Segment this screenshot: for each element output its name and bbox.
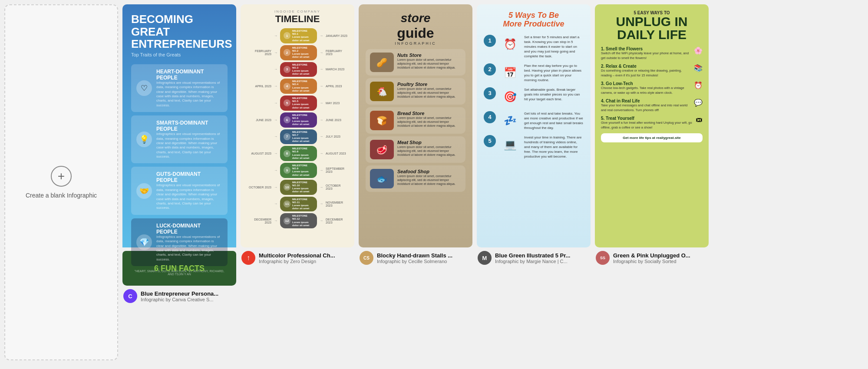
cecille-avatar: CS <box>360 251 373 265</box>
store-thumb: 🐔 <box>370 82 394 101</box>
card1-row-1: 💡 SMARTS-DOMINANT PEOPLE Infographics ar… <box>131 115 228 163</box>
create-blank-card[interactable]: + Create a blank Infographic <box>4 4 118 360</box>
card1-footer-sub: Infographic by Canva Creative S... <box>141 297 235 302</box>
timeline-month-left: OCTOBER 2023 <box>248 186 271 189</box>
unplug-heading: 3. Go Low-Tech <box>601 81 690 86</box>
card5-footer: SS Green & Pink Unplugged O... Infograph… <box>595 247 709 267</box>
card2-image[interactable]: INGOIDE COMPANY TIMELINE → 1 MILESTONE N… <box>241 4 354 247</box>
productive-num: 3 <box>484 87 496 99</box>
unplug-icon: 🎟 <box>696 116 703 124</box>
card5-cta: Get more life tips at reallygreat.site <box>601 133 703 142</box>
milestone-text: MILESTONE NO.3Lorem ipsum dolor sit amet <box>292 63 314 76</box>
unplug-item: 4. Chat in Real Life Take your text mess… <box>601 99 703 112</box>
store-thumb: 🥜 <box>370 53 394 72</box>
unplug-heading: 5. Treat Yourself <box>601 116 692 121</box>
timeline-pill: 12 MILESTONE NO.12Lorem ipsum dolor sit … <box>280 213 317 228</box>
timeline-month-left: FEBRUARY 2023 <box>248 49 271 56</box>
card2-company: INGOIDE COMPANY <box>248 10 347 13</box>
card1-row3-heading: LUCK-DOMINANT PEOPLE <box>156 223 222 235</box>
card2-footer-sub: Infographic by Zero Design <box>259 259 353 264</box>
heart-icon: ♡ <box>136 80 152 96</box>
milestone-text: MILESTONE NO.7Lorem ipsum dolor sit amet <box>292 131 314 143</box>
store-desc: Lorem ipsum dolor sit amet, consectetur … <box>397 145 461 157</box>
productive-item: 1 ⏰ Set a timer for 5 minutes and start … <box>484 35 584 59</box>
milestone-num: 9 <box>284 167 290 174</box>
card1-image[interactable]: BECOMING GREAT ENTREPRENEURS Top Traits … <box>122 4 236 286</box>
store-thumb: 🍞 <box>370 111 394 130</box>
card5-image[interactable]: 5 EASY WAYS TO UNPLUG INDAILY LIFE 1. Sm… <box>595 4 709 247</box>
unplug-item: 2. Relax & Create Do something creative … <box>601 64 703 78</box>
card4-footer-sub: Infographic by Margie Nance | C... <box>495 259 590 264</box>
milestone-num: 11 <box>284 201 290 208</box>
card1-row-2: 🤝 GUTS-DOMINANT PEOPLE Infographics are … <box>131 167 228 214</box>
productive-desc: Set a timer for 5 minutes and start a ta… <box>524 35 584 59</box>
store-name: Meat Shop <box>397 140 461 145</box>
timeline-month-right: DECEMBER 2023 <box>326 218 347 224</box>
timeline-item: AUGUST 2023 → 8 MILESTONE NO.8Lorem ipsu… <box>248 146 347 161</box>
guide-logo-text: guide <box>366 25 465 41</box>
timeline-month-right: AUGUST 2023 <box>326 152 347 155</box>
timeline-month-left: AUGUST 2023 <box>248 152 271 155</box>
milestone-num: 4 <box>284 83 290 90</box>
store-item: 🐟 Seafood Shop Lorem ipsum dolor sit ame… <box>366 165 465 192</box>
card3-image[interactable]: store guide INFOGRAPHIC 🥜 Nuts Store Lor… <box>359 4 472 247</box>
canva-avatar: C <box>123 289 137 303</box>
productive-icon: ⏰ <box>500 35 520 54</box>
card-productive: 5 Ways To BeMore Productive 1 ⏰ Set a ti… <box>477 4 591 365</box>
milestone-text: MILESTONE NO.9Lorem ipsum dolor sit amet <box>292 164 314 177</box>
card1-row1-heading: SMARTS-DOMINANT PEOPLE <box>156 120 222 132</box>
card3-logo: store guide INFOGRAPHIC <box>366 11 465 46</box>
card4-footer-text: Blue Green Illustrated 5 Pr... Infograph… <box>495 252 590 264</box>
timeline-item: FEBRUARY 2023 → 2 MILESTONE NO.2Lorem ip… <box>248 45 347 60</box>
timeline-month-right: MAY 2023 <box>326 102 347 105</box>
card1-row0-body: Infographics are visual representations … <box>156 81 222 108</box>
timeline-pill: 8 MILESTONE NO.8Lorem ipsum dolor sit am… <box>280 146 317 161</box>
unplug-icon: 🌸 <box>694 46 703 55</box>
unplug-item: 1. Smell the Flowers Switch off the WiFi… <box>601 46 703 60</box>
card3-footer-title: Blocky Hand-drawn Stalls ... <box>377 252 472 259</box>
unplug-text: Switch off the WiFi physically leave you… <box>601 51 690 60</box>
productive-desc: Set attainable goals. Break larger goals… <box>524 87 584 102</box>
unplug-text: Choose low-tech gadgets. Take real photo… <box>601 86 690 95</box>
timeline-pill: 11 MILESTONE NO.11Lorem ipsum dolor sit … <box>280 197 317 212</box>
milestone-num: 10 <box>284 184 290 191</box>
infographic-sub: INFOGRAPHIC <box>366 41 465 46</box>
lightbulb-icon: 💡 <box>136 132 152 147</box>
milestone-text: MILESTONE NO.11Lorem ipsum dolor sit ame… <box>292 198 314 211</box>
card2-title: TIMELINE <box>248 13 347 25</box>
milestone-num: 5 <box>284 99 290 106</box>
unplug-heading: 4. Chat in Real Life <box>601 99 690 103</box>
card4-image[interactable]: 5 Ways To BeMore Productive 1 ⏰ Set a ti… <box>477 4 591 247</box>
card1-row-3: 💎 LUCK-DOMINANT PEOPLE Infographics are … <box>131 218 228 266</box>
card4-title: 5 Ways To BeMore Productive <box>484 11 584 29</box>
timeline-item: → 1 MILESTONE NO.1Lorem ipsum dolor sit … <box>248 28 347 43</box>
store-item: 🥜 Nuts Store Lorem ipsum dolor sit amet,… <box>366 49 465 76</box>
milestone-num: 8 <box>284 150 290 157</box>
milestone-text: MILESTONE NO.2Lorem ipsum dolor sit amet <box>292 46 314 59</box>
socially-avatar: SS <box>596 251 610 265</box>
card4-footer: M Blue Green Illustrated 5 Pr... Infogra… <box>477 247 591 267</box>
productive-desc: Plan the next day before you go to bed. … <box>524 63 584 83</box>
timeline-list: → 1 MILESTONE NO.1Lorem ipsum dolor sit … <box>248 28 347 228</box>
card3-footer-sub: Infographic by Cecille Solmerano <box>377 259 472 264</box>
timeline-pill: 6 MILESTONE NO.6Lorem ipsum dolor sit am… <box>280 112 317 128</box>
timeline-month-right: APRIL 2023 <box>326 85 347 88</box>
timeline-month-left: APRIL 2023 <box>248 85 271 88</box>
milestone-text: MILESTONE NO.5Lorem ipsum dolor sit amet <box>292 97 314 109</box>
card3-footer-text: Blocky Hand-drawn Stalls ... Infographic… <box>377 252 472 264</box>
store-item: 🥩 Meat Shop Lorem ipsum dolor sit amet, … <box>366 136 465 163</box>
unplug-text: Do something creative or relaxing like d… <box>601 69 690 78</box>
timeline-pill: 10 MILESTONE NO.10Lorem ipsum dolor sit … <box>280 180 317 195</box>
unplug-item: 3. Go Low-Tech Choose low-tech gadgets. … <box>601 81 703 95</box>
milestone-num: 12 <box>284 217 290 224</box>
card1-title: BECOMING GREAT ENTREPRENEURS <box>131 13 228 50</box>
timeline-month-right: NOVEMBER 2023 <box>326 201 347 207</box>
store-item: 🐔 Poultry Store Lorem ipsum dolor sit am… <box>366 78 465 105</box>
milestone-num: 1 <box>284 32 290 39</box>
store-desc: Lorem ipsum dolor sit amet, consectetur … <box>397 174 461 186</box>
unplug-list: 1. Smell the Flowers Switch off the WiFi… <box>601 46 703 130</box>
card5-footer-text: Green & Pink Unplugged O... Infographic … <box>613 252 708 264</box>
productive-icon: 🎯 <box>500 87 520 107</box>
handshake-icon: 🤝 <box>136 183 152 199</box>
timeline-month-left: DECEMBER 2023 <box>248 218 271 224</box>
